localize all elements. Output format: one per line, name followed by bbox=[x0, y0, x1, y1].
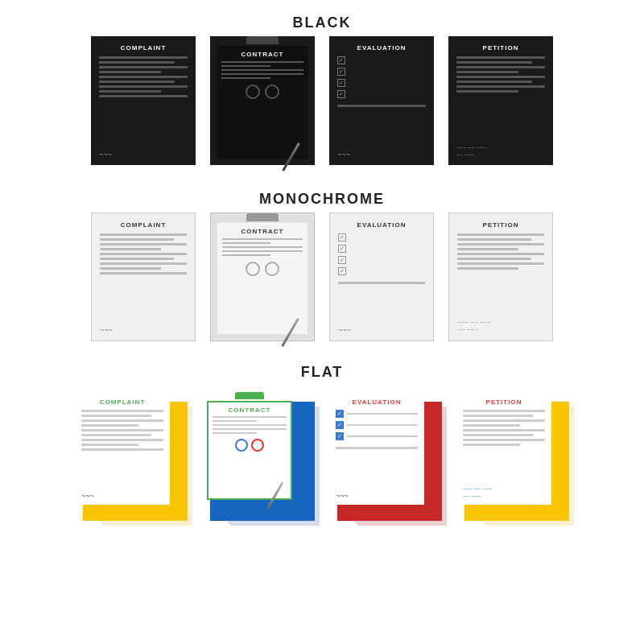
checkbox-3 bbox=[336, 432, 344, 440]
petition-signatures: ~~~ ~~ ~~~~~ ~~~ bbox=[457, 319, 491, 334]
petition-mono-title: PETITION bbox=[457, 221, 544, 229]
line bbox=[100, 248, 161, 250]
line bbox=[99, 90, 161, 93]
line bbox=[456, 61, 532, 64]
checkbox-2 bbox=[336, 421, 344, 429]
contract-mono[interactable]: CONTRACT bbox=[210, 213, 315, 341]
signature: ~~~ bbox=[337, 151, 350, 159]
clipboard-clip bbox=[246, 213, 279, 221]
contract-flat-title: CONTRACT bbox=[213, 407, 287, 414]
evaluation-flat-doc: EVALUATION ~~~ bbox=[329, 392, 424, 505]
checkbox-3 bbox=[337, 79, 345, 87]
seal-area bbox=[222, 262, 303, 276]
line bbox=[100, 243, 187, 246]
complaint-flat[interactable]: COMPLAINT ~~~ bbox=[75, 392, 188, 521]
line bbox=[338, 282, 425, 284]
complaint-mono-title: COMPLAINT bbox=[100, 221, 187, 229]
line bbox=[99, 85, 188, 88]
flat-section: FLAT COMPLAINT ~~~ bbox=[0, 356, 644, 521]
checkbox-1 bbox=[336, 410, 344, 418]
checkbox-2 bbox=[338, 245, 346, 253]
line bbox=[457, 248, 518, 250]
line bbox=[457, 233, 544, 236]
check-row-3 bbox=[336, 432, 418, 440]
line bbox=[456, 90, 518, 93]
line bbox=[81, 448, 163, 451]
petition-black[interactable]: PETITION ~~~ ~~ ~~~~~ ~~~ bbox=[448, 36, 553, 165]
line bbox=[221, 61, 303, 63]
complaint-mono[interactable]: COMPLAINT ~~~ bbox=[91, 213, 196, 341]
line bbox=[222, 242, 270, 244]
line bbox=[100, 253, 187, 255]
signature: ~~~ bbox=[99, 151, 112, 159]
line bbox=[222, 238, 303, 240]
line bbox=[81, 429, 163, 431]
check-row-2 bbox=[336, 421, 418, 429]
line bbox=[457, 253, 544, 255]
complaint-black[interactable]: COMPLAINT ~~~ bbox=[91, 36, 196, 165]
line bbox=[457, 262, 544, 265]
check-row-4 bbox=[338, 267, 349, 275]
checkbox-4 bbox=[338, 267, 346, 275]
signature: ~~~ bbox=[336, 492, 418, 500]
line bbox=[457, 258, 531, 260]
evaluation-black-title: EVALUATION bbox=[337, 44, 426, 52]
complaint-flat-doc: COMPLAINT ~~~ bbox=[75, 392, 170, 505]
check-row-1 bbox=[337, 56, 349, 64]
clipboard-body: CONTRACT bbox=[217, 223, 308, 334]
monochrome-section: MONOCHROME COMPLAINT ~~~ CONTRACT bbox=[0, 180, 644, 341]
evaluation-flat[interactable]: EVALUATION ~~~ bbox=[329, 392, 442, 521]
line bbox=[336, 447, 418, 449]
contract-black[interactable]: CONTRACT bbox=[210, 36, 315, 165]
evaluation-flat-title: EVALUATION bbox=[336, 398, 418, 406]
contract-flat[interactable]: CONTRACT bbox=[202, 392, 315, 521]
line bbox=[463, 444, 520, 446]
check-line bbox=[347, 436, 418, 437]
clipboard-body: CONTRACT bbox=[217, 46, 308, 159]
line bbox=[81, 419, 163, 422]
petition-flat-doc: PETITION ~~~ ~~ ~~~~~ ~~~ bbox=[456, 392, 551, 505]
black-section: BLACK COMPLAINT ~~~ CONTRACT bbox=[0, 0, 644, 165]
clipboard-clip bbox=[235, 392, 264, 399]
evaluation-black[interactable]: EVALUATION ~~~ bbox=[329, 36, 434, 165]
monochrome-row: COMPLAINT ~~~ CONTRACT bbox=[0, 213, 644, 341]
line bbox=[457, 243, 544, 246]
petition-mono[interactable]: PETITION ~~~ ~~ ~~~~~ ~~~ bbox=[448, 213, 553, 341]
line bbox=[222, 246, 303, 248]
checkbox-4 bbox=[337, 90, 345, 98]
black-label: BLACK bbox=[0, 6, 644, 36]
line bbox=[463, 419, 545, 422]
line bbox=[222, 254, 270, 256]
line bbox=[99, 61, 175, 64]
line bbox=[463, 434, 533, 436]
check-row-1 bbox=[336, 410, 418, 418]
petition-signatures: ~~~ ~~ ~~~~~ ~~~ bbox=[456, 144, 486, 159]
line bbox=[337, 105, 426, 107]
line bbox=[99, 56, 188, 59]
monochrome-label: MONOCHROME bbox=[0, 183, 644, 213]
line bbox=[81, 439, 163, 441]
line bbox=[463, 410, 545, 412]
line bbox=[213, 420, 257, 422]
line bbox=[100, 233, 187, 236]
line bbox=[100, 262, 187, 265]
line bbox=[81, 444, 138, 446]
seal-1 bbox=[246, 262, 260, 276]
checkbox-2 bbox=[337, 68, 345, 76]
contract-black-title: CONTRACT bbox=[221, 51, 303, 58]
check-row-2 bbox=[337, 68, 349, 76]
seal-2 bbox=[265, 85, 279, 99]
seal-area bbox=[221, 85, 303, 99]
seal-1 bbox=[235, 439, 248, 452]
petition-flat[interactable]: PETITION ~~~ ~~ ~~~~~ ~~~ bbox=[456, 392, 569, 521]
signature: ~~~ bbox=[81, 492, 163, 500]
line bbox=[222, 250, 303, 252]
line bbox=[456, 85, 545, 88]
line bbox=[463, 415, 533, 417]
line bbox=[213, 432, 257, 434]
contract-flat-clipboard: CONTRACT bbox=[202, 392, 297, 505]
line bbox=[457, 238, 531, 241]
line bbox=[81, 434, 151, 436]
evaluation-mono[interactable]: EVALUATION ~~~ bbox=[329, 213, 434, 341]
line bbox=[221, 77, 270, 79]
